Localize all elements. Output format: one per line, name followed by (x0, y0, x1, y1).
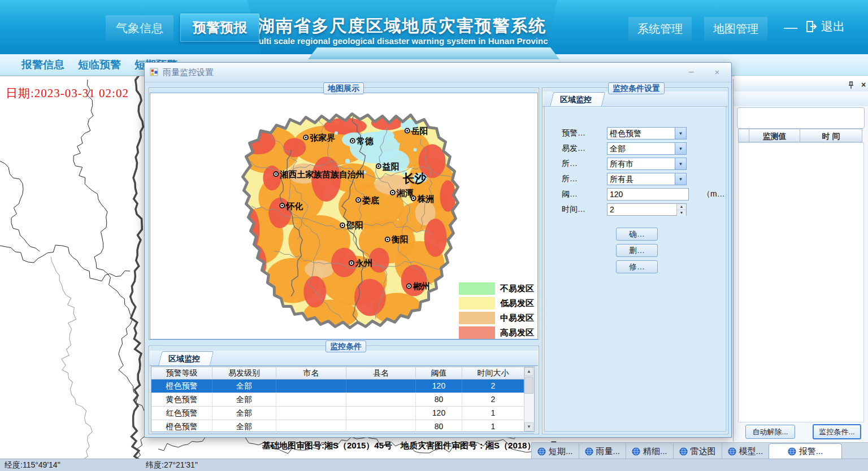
legend-swatch (459, 297, 495, 309)
settings-buttons: 确…删…修… (616, 228, 658, 273)
auto-release-button[interactable]: 自动解除... (745, 425, 795, 439)
dialog-close-button[interactable]: × (709, 66, 726, 78)
bottom-taskbar: 短期...雨量...精细...雷达图模型...报警... (531, 442, 868, 459)
header-tab-weather-info[interactable]: 气象信息 (106, 15, 173, 41)
chevron-down-icon[interactable]: ▼ (675, 158, 686, 169)
dock-column-stub (738, 129, 749, 142)
app-header: 湖南省多尺度区域地质灾害预警系统 Multi scale regional ge… (0, 0, 868, 54)
exit-button[interactable]: 退出 (805, 16, 845, 37)
field-row-3: 所…所有县▼ (562, 173, 725, 185)
globe-icon (788, 447, 796, 456)
subnav-item-0[interactable]: 报警信息 (21, 58, 64, 72)
taskbar-tab-4[interactable]: 模型... (722, 443, 769, 459)
map-group-label: 地图展示 (323, 82, 364, 94)
city-label: 常德 (356, 136, 374, 146)
dock-filter-box (737, 107, 865, 129)
city-label: 永州 (355, 258, 372, 268)
map-approval-numbers: 基础地图审图号:湘S（2015）45号 地质灾害图件审图号：湘S（2018）04… (262, 441, 558, 451)
monitor-condition-button[interactable]: 监控条件... (813, 424, 861, 439)
table-row[interactable]: 黄色预警全部802 (151, 393, 534, 407)
city-label: 株洲 (417, 194, 435, 203)
scrollbar-thumb[interactable] (524, 377, 533, 394)
condition-table-header: 预警等级易发级别市名县名阈值时间大小 (151, 367, 534, 380)
app-subtitle: Multi scale regional geological disaster… (247, 36, 557, 46)
subnav-item-1[interactable]: 短临预警 (78, 58, 121, 72)
city-label: 娄底 (362, 195, 379, 205)
hunan-hazard-map[interactable]: 张家界常德岳阳益阳长沙湘西土家族苗族自治州湘潭株洲娄底怀化邵阳衡阳永州郴州 不易… (150, 93, 538, 339)
field-row-1: 易发…全部▼ (562, 142, 725, 155)
field-select-0[interactable]: 橙色预警▼ (607, 127, 687, 139)
status-bar: 经度:115°49'14" 纬度:27°21'31" (0, 459, 868, 471)
field-select-2[interactable]: 所有市▼ (607, 158, 687, 170)
legend-label: 高易发区 (500, 328, 534, 338)
legend-row-3: 高易发区 (459, 325, 534, 339)
taskbar-tab-3[interactable]: 雷达图 (673, 443, 722, 459)
table-row[interactable]: 橙色预警全部801 (151, 420, 534, 434)
city-label: 怀化 (285, 201, 303, 211)
tab-area-monitor[interactable]: 区域监控 (158, 351, 210, 365)
settings-panel: 预警…橙色预警▼易发…全部▼所…所有市▼所…所有县▼阈…（m…时间…2▲▼ 确…… (544, 106, 726, 431)
dialog-minimize-button[interactable]: – (683, 66, 700, 78)
dock-table-header: 监测值时 间 (738, 129, 862, 142)
form-icon (150, 68, 159, 77)
modify-button[interactable]: 修… (616, 260, 658, 273)
dock-column-0[interactable]: 监测值 (749, 129, 800, 142)
legend-row-0: 不易发区 (459, 281, 534, 296)
threshold-input[interactable] (607, 188, 689, 200)
scroll-up-icon[interactable]: ▲ (524, 367, 533, 376)
alarm-dock-panel: × 监测值时 间 自动解除...监控条件... (733, 79, 868, 442)
app-title: 湖南省多尺度区域地质灾害预警系统 (247, 15, 557, 38)
globe-icon (632, 447, 640, 456)
dock-list-area[interactable] (738, 142, 864, 422)
chevron-down-icon[interactable]: ▼ (675, 173, 686, 185)
tab-area-monitor-settings[interactable]: 区域监控 (550, 92, 602, 106)
condition-table-body: 橙色预警全部1202黄色预警全部802红色预警全部1201橙色预警全部801 (151, 380, 534, 434)
rainfall-monitor-settings-dialog: 雨量监控设置 – × 地图展示 张家界常德岳阳益阳长沙湘西土家族苗族自治州湘潭株… (144, 62, 732, 438)
map-group: 张家界常德岳阳益阳长沙湘西土家族苗族自治州湘潭株洲娄底怀化邵阳衡阳永州郴州 不易… (149, 88, 539, 340)
field-row-5: 时间…2▲▼ (562, 203, 725, 216)
field-select-3[interactable]: 所有县▼ (607, 173, 687, 185)
dock-column-1[interactable]: 时 间 (800, 129, 862, 142)
window-minimize-button[interactable]: — (782, 17, 800, 37)
table-col-5[interactable]: 时间大小 (462, 367, 524, 380)
chevron-down-icon[interactable]: ▼ (675, 143, 686, 154)
field-label: 所… (562, 174, 607, 184)
taskbar-tab-5[interactable]: 报警... (769, 443, 842, 459)
chevron-down-icon[interactable]: ▼ (675, 128, 686, 139)
latitude-readout: 纬度:27°21'31" (146, 460, 198, 470)
field-row-4: 阈…（m… (562, 188, 725, 200)
dialog-title-bar[interactable]: 雨量监控设置 – × (145, 63, 731, 82)
legend-label: 低易发区 (500, 298, 534, 309)
legend-label: 中易发区 (500, 313, 534, 324)
header-tab-system-mgmt[interactable]: 系统管理 (628, 17, 692, 41)
table-col-3[interactable]: 县名 (346, 367, 416, 380)
table-col-1[interactable]: 易发级别 (212, 367, 276, 380)
table-col-4[interactable]: 阈值 (416, 367, 462, 380)
city-label: 郴州 (413, 281, 430, 291)
field-select-1[interactable]: 全部▼ (607, 142, 687, 155)
taskbar-tab-2[interactable]: 精细... (626, 443, 673, 459)
city-label: 湘潭 (396, 188, 414, 198)
field-suffix: （m… (702, 189, 725, 199)
table-row[interactable]: 橙色预警全部1202 (151, 380, 534, 393)
field-row-0: 预警…橙色预警▼ (562, 127, 725, 139)
globe-icon (537, 447, 546, 456)
spinner-up-icon[interactable]: ▲ (677, 204, 686, 210)
table-col-2[interactable]: 市名 (276, 367, 346, 380)
confirm-button[interactable]: 确… (616, 228, 658, 241)
spinner-down-icon[interactable]: ▼ (677, 210, 686, 216)
time-spinner[interactable]: 2▲▼ (607, 203, 687, 216)
taskbar-tab-0[interactable]: 短期... (531, 443, 579, 459)
table-scrollbar[interactable]: ▲ ▼ (524, 367, 534, 431)
delete-button[interactable]: 删… (616, 244, 658, 257)
header-tab-map-mgmt[interactable]: 地图管理 (704, 17, 767, 41)
taskbar-tab-1[interactable]: 雨量... (579, 443, 626, 459)
dock-close-icon[interactable]: × (859, 80, 868, 90)
header-nav-left: 气象信息预警预报 (106, 14, 259, 42)
table-col-0[interactable]: 预警等级 (151, 367, 212, 380)
pin-icon[interactable] (847, 81, 856, 90)
table-row[interactable]: 红色预警全部1201 (151, 407, 534, 420)
scroll-down-icon[interactable]: ▼ (524, 422, 533, 431)
app-root: 湖南省多尺度区域地质灾害预警系统 Multi scale regional ge… (0, 0, 868, 471)
header-tab-warning-forecast[interactable]: 预警预报 (180, 14, 259, 42)
